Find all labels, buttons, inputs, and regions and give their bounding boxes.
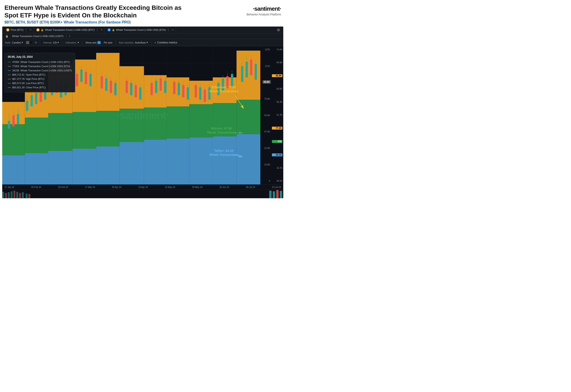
ethereum-annotation: Ethereum: 77.2K Whale Transactions: [209, 85, 239, 93]
tooltip-color-close: —: [8, 86, 11, 89]
toolbar-separator-1: [40, 41, 40, 45]
svg-rect-92: [114, 83, 116, 95]
show-axis-checkbox[interactable]: ✓: [98, 41, 100, 44]
candlestick-icon: ⊟: [35, 41, 37, 44]
svg-rect-148: [11, 191, 13, 198]
svg-rect-102: [151, 83, 153, 95]
indicators-selector[interactable]: Indicators: ▾: [65, 41, 79, 44]
svg-rect-33: [48, 113, 72, 151]
tab-close-whale-usdt[interactable]: ×: [69, 35, 70, 38]
tooltip-row-eth-whale: — 77203 Whale Transaction Count (>100k U…: [8, 64, 72, 68]
svg-rect-106: [159, 79, 162, 91]
combine-metrics-label: Combine metrics: [157, 41, 177, 44]
candle-style-icon: ⊟: [35, 41, 37, 44]
axis-label-699k: 69.9K: [272, 61, 282, 64]
lock-icon-left: 🔒: [4, 34, 10, 39]
axis-label-772k: 77.2K: [272, 127, 282, 129]
axis2-label-318k: 31.8K: [261, 147, 270, 149]
svg-rect-155: [269, 191, 272, 198]
bitcoin-annotation-line2: Whale Transactions: [207, 130, 236, 134]
chevron-down-icon-3: ▾: [57, 41, 59, 44]
bitcoin-annotation: Bitcoin: 47.0K Whale Transactions: [207, 126, 236, 134]
tooltip-row-low: — $65,571.09 Low Price (BTC): [8, 81, 72, 85]
right-axis-price: 127K 111K 95.5K 79.6K 63.6K 47.6K 31.8K …: [260, 46, 271, 184]
style-selector[interactable]: Style: Candles ▾: [5, 41, 23, 44]
svg-rect-158: [280, 191, 282, 198]
svg-rect-30: [236, 134, 260, 184]
svg-rect-116: [187, 87, 189, 100]
svg-rect-29: [213, 137, 237, 184]
ethereum-annotation-line2: Whale Transactions: [209, 89, 239, 93]
tab-close-price-btc[interactable]: ×: [30, 28, 31, 31]
tab-close-whale-btc[interactable]: ×: [101, 28, 102, 31]
axis2-label-0: 0: [261, 180, 270, 182]
add-icon: ⊕: [277, 28, 280, 32]
tooltip-value-btc: 47094: [12, 61, 19, 63]
add-metric-button[interactable]: ⊕: [275, 27, 282, 33]
axis2-label-159k: 15.9K: [261, 163, 270, 166]
pin-axis-label: Pin axis: [104, 41, 113, 44]
svg-rect-146: [5, 193, 7, 198]
tab-price-btc[interactable]: B Price (BTC) ⋮ ×: [4, 27, 34, 33]
x-label-mar: 17 Mar 24: [85, 186, 95, 188]
svg-rect-64: [35, 93, 37, 104]
toolbar: Style: Candles ▾ ▾ ⊟ Interval: 12h ▾ Ind…: [2, 39, 283, 46]
svg-rect-56: [13, 115, 15, 126]
svg-rect-54: [8, 121, 10, 129]
axis-label-744k: 74.4K: [272, 48, 282, 51]
x-label-jan: 17 Jan 24: [4, 186, 14, 188]
svg-rect-88: [105, 79, 108, 91]
svg-rect-32: [25, 117, 48, 153]
lock-icon-whale-eth: 🔒: [112, 29, 115, 31]
axis-maxmin-label: Axis max/min:: [119, 41, 134, 44]
chevron-down-icon-5: ▾: [146, 41, 148, 44]
combine-metrics-button[interactable]: + Combine metrics: [154, 41, 177, 44]
axis-label-427k: 42.7K: [272, 167, 282, 169]
tooltip-label-low: Low Price (BTC): [26, 82, 44, 84]
tooltip-label-eth: Whale Transaction Count (>100k USD) (ETH…: [21, 65, 70, 68]
svg-rect-94: [126, 81, 128, 93]
svg-rect-145: [2, 192, 4, 198]
tab-whale-usdt[interactable]: Whale Transaction Count (>100k USD) (USD…: [10, 33, 72, 39]
svg-rect-104: [155, 81, 157, 93]
show-axis-control[interactable]: Show axis ✓: [86, 41, 100, 44]
style-value[interactable]: Candles ▾: [12, 41, 23, 44]
pin-axis-control[interactable]: Pin axis: [104, 41, 113, 44]
tooltip-value-close: $65,821.39: [12, 86, 25, 89]
tooltip-row-usdt-whale: — 34198 Whale Transaction Count (>100k U…: [8, 69, 72, 72]
axis-label-658k: 65.8K: [272, 74, 282, 77]
svg-rect-31: [2, 124, 25, 155]
interval-value[interactable]: 12h ▾: [53, 41, 59, 44]
tooltip-row-high: — $67,277.78 High Price (BTC): [8, 77, 72, 81]
svg-rect-23: [72, 149, 96, 184]
svg-rect-41: [236, 100, 260, 134]
svg-rect-108: [164, 81, 166, 93]
toolbar-separator-2: [62, 41, 62, 45]
svg-rect-38: [167, 106, 189, 139]
bitcoin-annotation-line1: Bitcoin: 47.0K: [207, 126, 236, 130]
tooltip-value-eth: 77203: [12, 65, 19, 68]
svg-rect-152: [22, 192, 24, 198]
svg-rect-27: [167, 139, 189, 184]
interval-selector[interactable]: Interval: 12h ▾: [43, 41, 59, 44]
axis-maxmin-value[interactable]: Auto/Auto ▾: [135, 41, 148, 44]
santiment-logo: ·santiment·: [253, 5, 281, 12]
candle-color-controls[interactable]: ▾: [26, 40, 32, 45]
axis-maxmin-selector[interactable]: Axis max/min: Auto/Auto ▾: [119, 41, 148, 44]
svg-rect-82: [85, 72, 87, 84]
tab-whale-eth[interactable]: 8 🔒 Whale Transaction Count (>100k USD) …: [105, 27, 176, 33]
tooltip-label-close: Close Price (BTC): [26, 86, 46, 89]
tab-close-whale-eth[interactable]: ×: [172, 28, 173, 31]
tab-whale-btc[interactable]: B 🔒 Whale Transaction Count (>100k USD) …: [34, 27, 105, 33]
santiment-tagline: Behavior Analysis Platform: [246, 13, 281, 16]
tether-annotation: Tether: 34.1K Whale Transactions: [209, 149, 239, 157]
tab-label-whale-eth: Whale Transaction Count (>100k USD) (ETH…: [116, 28, 166, 31]
x-label-may12: 12 May 24: [165, 186, 175, 188]
header: Ethereum Whale Transactions Greatly Exce…: [0, 0, 286, 27]
interval-label: Interval:: [43, 41, 52, 44]
x-label-may30: 30 May 24: [192, 186, 202, 188]
tooltip-label-usdt: Whale Transaction Count (>100k USD) (USD…: [21, 69, 72, 72]
chevron-down-icon-2: ▾: [30, 40, 32, 45]
svg-rect-20: [2, 155, 25, 184]
tooltip-row-close: — $65,821.39 Close Price (BTC): [8, 86, 72, 89]
